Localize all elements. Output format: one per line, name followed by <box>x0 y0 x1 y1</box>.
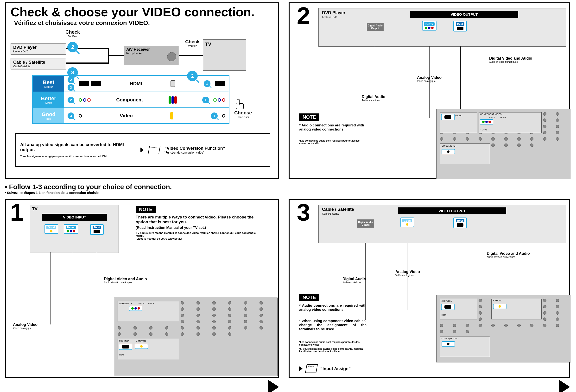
lbl-digital-av: Digital Video and AudioAudio et vidéo nu… <box>489 56 532 63</box>
magnifier-icon: 2 <box>68 77 74 83</box>
knob-icon <box>167 52 176 61</box>
conv-quote-en: “Video Conversion Function” <box>165 146 225 151</box>
note3-en-a: * Audio connections are required with an… <box>299 303 367 312</box>
hdmi-cluster: 1 (DVD) <box>440 112 477 133</box>
row-best: BestMeilleur 2 3 HDMI 1 <box>33 76 229 92</box>
lbl-digital-av: Digital Video and AudioAudio et vidéo nu… <box>487 251 530 258</box>
d-fr: Câble/Satellite <box>322 212 339 215</box>
cable-device: Cable / Satellite Câble/Satellite VIDEO … <box>318 205 566 243</box>
hdmi-icon <box>215 81 225 86</box>
check-label-1: CheckVérifiez <box>185 39 200 47</box>
step-2-number: 2 <box>297 2 310 29</box>
note-tag: NOTE <box>299 294 319 301</box>
panel-step-3: 3 Cable / Satellite Câble/Satellite VIDE… <box>288 199 570 378</box>
note-body-fr: *Les connexions audio sont requises pour… <box>299 139 364 145</box>
tag-good: GoodBon <box>33 108 64 123</box>
coax-cluster: COAX-1 (DVD) <box>440 143 490 164</box>
note-tag: NOTE <box>299 113 319 121</box>
tag-better: BetterMieux <box>33 92 64 107</box>
wire <box>97 252 97 308</box>
title-en: Check & choose your VIDEO connection. <box>11 5 255 19</box>
coax-cluster: COAX-2 (SAT/CBL) <box>440 336 490 357</box>
rca-yellow-icon <box>170 112 173 119</box>
wire <box>375 46 375 128</box>
best-port: Best <box>453 217 467 228</box>
panel-check-choose: Check & choose your VIDEO connection. Vé… <box>5 2 279 179</box>
check-label-2: CheckVérifiez <box>65 29 80 38</box>
dao-port: Digital Audio Output <box>357 219 374 228</box>
magnifier-icon: 2 <box>68 97 74 103</box>
component-label: Component <box>116 97 143 103</box>
receiver-back: MONITOR Y PB/CB PR/CR MONITOR MONITOR HD… <box>114 298 278 376</box>
box-cable-en: Cable / Satellite <box>13 60 45 65</box>
best-port: Best <box>453 21 467 31</box>
note3-fr-a: *Les connexions audio sont requises pour… <box>299 341 367 346</box>
magnifier-2-icon: 2 <box>67 42 78 52</box>
note3-fr-b: *Si vous utilisez des câbles vidéo compo… <box>299 347 367 353</box>
dvd-device: DVD Player Lecteur DVD VIDEO OUTPUT Digi… <box>318 8 566 47</box>
video-output-bar: VIDEO OUTPUT <box>410 11 518 18</box>
lbl-analog-v: Analog VideoVidéo analogique <box>417 76 442 82</box>
lbl-digital-a: Digital AudioAudio numérique <box>343 277 366 284</box>
n1-en-a: There are multiple ways to connect video… <box>136 215 261 225</box>
video-input-bar: VIDEO INPUT <box>42 214 107 221</box>
sat-cluster: SAT/CBL <box>491 299 541 319</box>
input-assign-text: “Input Assign” <box>320 366 351 371</box>
choose-fr: Choisissez <box>234 116 252 118</box>
hdmi-label: HDMI <box>130 81 142 86</box>
d-en: DVD Player <box>322 10 345 15</box>
triangle-icon <box>141 148 144 152</box>
magnifier-icon: 1 <box>202 97 209 103</box>
box-avr: A/V Receiver Récepteur AV <box>124 46 179 65</box>
wire <box>50 252 51 324</box>
page-next-icon <box>268 380 279 392</box>
panel-step-2: 2 DVD Player Lecteur DVD VIDEO OUTPUT Di… <box>288 2 570 179</box>
wire <box>73 252 73 315</box>
hand-icon <box>234 99 245 110</box>
triangle-icon <box>299 366 303 371</box>
manual-icon <box>148 146 160 154</box>
wire <box>66 62 109 64</box>
dao-port: Digital Audio Output <box>367 23 384 31</box>
tv-device: TV VIDEO INPUT Good Better Best <box>30 205 119 253</box>
monitor-cluster: MONITOR Y PB/CB PR/CR <box>118 301 179 322</box>
hdmi-monitor-cluster: MONITOR MONITOR HDMI <box>118 339 179 359</box>
hdmi-cable-icon <box>171 80 175 87</box>
hdmi-icon <box>91 81 101 86</box>
receiver-back: 2 (SAT/CBL) HDMI SAT/CBL COAX-2 (SAT/CBL… <box>436 295 571 363</box>
panel-step-1: 1 TV VIDEO INPUT Good Better Best NOTE T… <box>5 199 279 378</box>
title-fr: Vérifiez et choisissez votre connexion V… <box>14 19 150 27</box>
magnifier-icon: 1 <box>211 112 218 119</box>
box-dvd-fr: Lecteur DVD <box>13 50 63 53</box>
note-body-en: * Audio connections are required with an… <box>299 123 364 131</box>
choose-en: Choose <box>234 110 252 116</box>
row-good: GoodBon 3 Video 1 <box>33 107 229 123</box>
d-en: Cable / Satellite <box>322 207 354 212</box>
video-output-bar: VIDEO OUTPUT <box>398 208 506 214</box>
tv-label: TV <box>32 207 37 211</box>
best-port: Best <box>90 224 104 235</box>
component-cluster: COMPONENT VIDEO Y PB/CB PR/CR 1 (DVD) <box>479 112 542 133</box>
video-label: Video <box>120 113 133 118</box>
magnifier-icon: 1 <box>204 80 210 87</box>
n1-en-b: (Read Instruction Manual of your TV set.… <box>136 225 261 230</box>
row-better: BetterMieux 2 Component 1 <box>33 92 229 107</box>
conv-en: All analog video signals can be converte… <box>20 142 136 152</box>
step-3-number: 3 <box>297 199 310 226</box>
choose-block: Choose Choisissez <box>234 99 252 118</box>
wire <box>109 55 124 56</box>
wire <box>461 243 461 300</box>
box-cable: Cable / Satellite Câble/Satellite <box>11 58 66 69</box>
box-avr-en: A/V Receiver <box>126 47 150 52</box>
good-port: Good <box>401 217 414 227</box>
follow-caption: • Follow 1-3 according to your choice of… <box>5 183 172 195</box>
n1-fr-b: (Lisez le manuel de votre téléviseur.) <box>136 237 261 240</box>
d-fr: Lecteur DVD <box>322 16 337 19</box>
manual-icon <box>305 364 318 373</box>
wire <box>460 46 461 109</box>
conv-quote-fr: “Function de conversion vidéo” <box>165 151 225 154</box>
hdmi-icon <box>79 81 89 86</box>
conversion-box: All analog video signals can be converte… <box>15 133 270 167</box>
magnifier-icon: 3 <box>68 112 74 119</box>
wire <box>179 55 203 56</box>
